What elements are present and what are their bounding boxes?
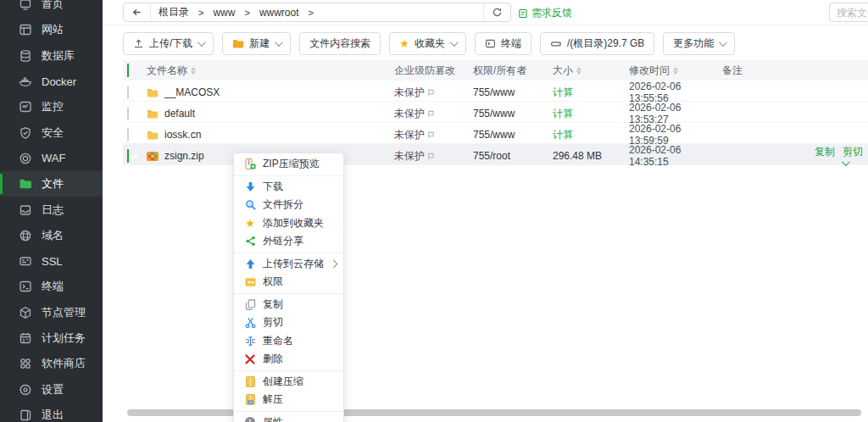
menu-item-extract[interactable]: 解压 xyxy=(234,391,343,409)
menu-item-rename[interactable]: 重命名 xyxy=(234,332,343,351)
menu-item-zip-preview[interactable]: ZIP压缩预览 xyxy=(234,155,343,174)
row-more-actions[interactable] xyxy=(842,158,848,168)
row-checkbox-checked[interactable] xyxy=(127,149,129,163)
sidebar-item-cron[interactable]: 计划任务 xyxy=(0,325,103,351)
menu-item-cloud-upload[interactable]: 上传到云存储 xyxy=(234,255,343,274)
file-name[interactable]: iossk.cn xyxy=(164,129,201,141)
menu-separator xyxy=(234,411,343,412)
more-functions-button[interactable]: 更多功能 xyxy=(663,32,735,55)
menu-separator xyxy=(234,253,343,253)
breadcrumb-wwwroot[interactable]: wwwroot xyxy=(252,7,307,19)
sidebar-item-label: SSL xyxy=(42,255,63,268)
column-header-size[interactable]: 大小 xyxy=(553,64,629,78)
row-checkbox[interactable] xyxy=(127,128,129,142)
favorites-button[interactable]: ★ 收藏夹 xyxy=(389,32,466,55)
upload-download-button[interactable]: 上传/下载 xyxy=(123,32,214,55)
sidebar-item-label: 软件商店 xyxy=(42,356,86,371)
sidebar-item-monitor[interactable]: 监控 xyxy=(0,94,103,119)
calc-size-link[interactable]: 计算 xyxy=(553,86,573,98)
menu-item-download[interactable]: 下载 xyxy=(234,178,343,197)
file-table: 文件名称 企业级防篡改 权限/所有者 大小 修改时间 备注 __MACOSX 未… xyxy=(123,60,868,165)
breadcrumb: 根目录 > www > wwwroot > xyxy=(123,3,511,22)
database-icon xyxy=(18,48,32,63)
column-header-mtime[interactable]: 修改时间 xyxy=(629,64,722,78)
file-name[interactable]: __MACOSX xyxy=(164,86,220,98)
terminal-button[interactable]: 终端 xyxy=(475,32,531,55)
content-search-button[interactable]: 文件内容搜索 xyxy=(299,32,381,55)
sort-icon[interactable] xyxy=(576,67,581,75)
menu-item-add-favorite[interactable]: ★ 添加到收藏夹 xyxy=(234,214,343,233)
rename-icon xyxy=(244,335,256,347)
security-icon xyxy=(18,125,32,140)
menu-item-delete[interactable]: 删除 xyxy=(234,350,343,369)
settings-icon xyxy=(18,382,32,397)
sidebar-item-settings[interactable]: 设置 xyxy=(0,376,103,402)
sort-icon[interactable] xyxy=(673,67,678,75)
chevron-down-icon xyxy=(275,38,283,47)
menu-item-copy[interactable]: 复制 xyxy=(234,296,343,314)
row-actions: 复制 剪切 xyxy=(722,147,868,168)
sidebar-item-appstore[interactable]: 软件商店 xyxy=(0,351,103,376)
file-name[interactable]: default xyxy=(164,108,195,119)
sidebar-item-label: WAF xyxy=(42,152,65,164)
sidebar-item-label: 终端 xyxy=(42,279,64,294)
sidebar-item-database[interactable]: 数据库 xyxy=(0,43,103,69)
sidebar-item-logout[interactable]: 退出 xyxy=(0,403,103,422)
sidebar-item-security[interactable]: 安全 xyxy=(0,119,103,145)
table-row[interactable]: __MACOSX 未保护 755/www 计算 2026-02-06 13:55… xyxy=(123,81,868,102)
file-name-cell[interactable]: __MACOSX xyxy=(147,86,394,98)
cut-link[interactable]: 剪切 xyxy=(843,147,863,157)
column-header-note[interactable]: 备注 xyxy=(722,64,868,78)
sidebar-item-node-management[interactable]: 节点管理 xyxy=(0,300,103,325)
button-label: 终端 xyxy=(501,36,521,51)
tamper-cell: 未保护 xyxy=(394,86,473,100)
file-name-cell[interactable]: iossk.cn xyxy=(147,129,394,141)
domain-icon xyxy=(18,228,32,242)
folder-icon xyxy=(147,108,159,119)
file-name[interactable]: zsign.zip xyxy=(164,150,204,162)
menu-item-file-split[interactable]: 文件拆分 xyxy=(234,196,343,214)
sidebar-item-domain[interactable]: 域名 xyxy=(0,223,103,248)
file-name-cell[interactable]: default xyxy=(147,108,394,119)
menu-item-label: 解压 xyxy=(263,392,283,407)
feedback-link[interactable]: 需求反馈 xyxy=(518,6,572,20)
logs-icon xyxy=(18,203,32,217)
sidebar-item-files[interactable]: 文件 xyxy=(0,171,103,197)
sort-icon[interactable] xyxy=(191,67,196,75)
calc-size-link[interactable]: 计算 xyxy=(553,129,573,141)
refresh-button[interactable] xyxy=(483,3,510,21)
search-input[interactable] xyxy=(829,3,868,22)
home-icon xyxy=(18,0,32,12)
breadcrumb-root[interactable]: 根目录 xyxy=(151,5,197,19)
column-header-tamper[interactable]: 企业级防篡改 xyxy=(394,64,473,78)
menu-item-label: 下载 xyxy=(263,180,283,194)
menu-item-cut[interactable]: 剪切 xyxy=(234,314,343,332)
row-checkbox[interactable] xyxy=(127,107,129,120)
sidebar-item-ssl[interactable]: SSL xyxy=(0,248,103,274)
sidebar-item-website[interactable]: 网站 xyxy=(0,17,103,42)
column-header-name[interactable]: 文件名称 xyxy=(147,64,394,78)
disk-usage-button[interactable]: /(根目录)29.7 GB xyxy=(540,32,654,55)
sidebar-item-home[interactable]: 首页 xyxy=(0,0,103,17)
calc-size-link[interactable]: 计算 xyxy=(553,108,573,119)
terminal-icon xyxy=(485,38,496,49)
menu-item-compress[interactable]: 创建压缩 xyxy=(234,373,343,391)
sidebar-item-logs[interactable]: 日志 xyxy=(0,197,103,222)
row-checkbox[interactable] xyxy=(127,86,129,99)
sidebar-item-docker[interactable]: Docker xyxy=(0,69,103,94)
breadcrumb-www[interactable]: www xyxy=(205,7,242,19)
select-all-checkbox[interactable] xyxy=(127,64,129,77)
copy-link[interactable]: 复制 xyxy=(815,147,835,157)
sidebar-item-waf[interactable]: WAF xyxy=(0,146,103,171)
tamper-flag-icon xyxy=(427,153,435,160)
back-button[interactable] xyxy=(124,3,151,21)
context-menu: ZIP压缩预览 下载 文件拆分 ★ 添加到收藏夹 外链分享 上传到云存储 权限 … xyxy=(233,153,344,422)
table-row[interactable]: iossk.cn 未保护 755/www 计算 2026-02-06 13:59… xyxy=(123,123,868,144)
sidebar-item-terminal[interactable]: 终端 xyxy=(0,274,103,299)
menu-item-permission[interactable]: 权限 xyxy=(234,273,343,292)
menu-item-share[interactable]: 外链分享 xyxy=(234,232,343,251)
table-row[interactable]: default 未保护 755/www 计算 2026-02-06 13:53:… xyxy=(123,102,868,123)
new-button[interactable]: 新建 xyxy=(222,32,291,55)
menu-item-properties[interactable]: ! 属性 xyxy=(234,414,343,422)
column-header-owner[interactable]: 权限/所有者 xyxy=(473,64,553,78)
